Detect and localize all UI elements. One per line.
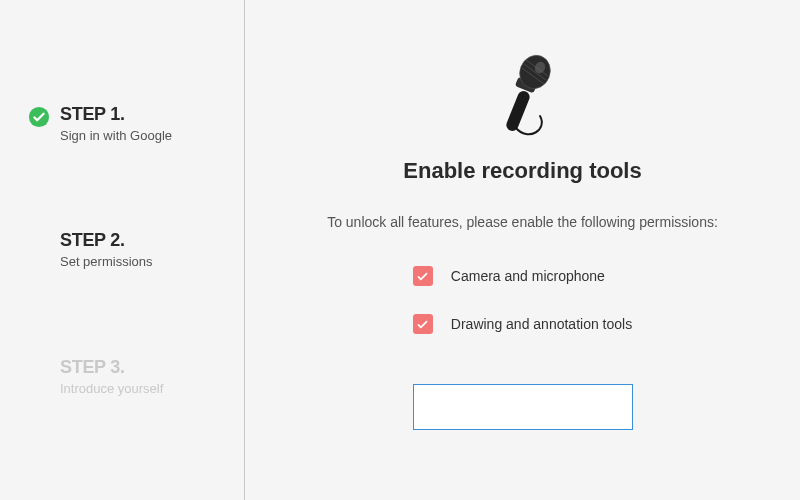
step-title: STEP 2. [60,230,216,251]
checkmark-icon [416,270,429,283]
step-2: STEP 2. Set permissions [28,230,216,269]
svg-rect-1 [504,89,531,132]
microphone-icon [488,50,558,140]
onboarding-sidebar: STEP 1. Sign in with Google STEP 2. Set … [0,0,245,500]
permission-label: Camera and microphone [451,268,605,284]
permission-drawing-annotation: Drawing and annotation tools [413,314,632,334]
permission-camera-mic: Camera and microphone [413,266,605,286]
permission-label: Drawing and annotation tools [451,316,632,332]
step-subtitle: Set permissions [60,254,216,269]
step-subtitle: Sign in with Google [60,128,216,143]
checkbox-camera-mic[interactable] [413,266,433,286]
page-title: Enable recording tools [403,158,641,184]
main-panel: Enable recording tools To unlock all fea… [245,0,800,500]
page-subtext: To unlock all features, please enable th… [327,214,718,230]
step-title: STEP 3. [60,357,216,378]
checkbox-drawing-annotation[interactable] [413,314,433,334]
step-1: STEP 1. Sign in with Google [28,104,216,143]
permissions-list: Camera and microphone Drawing and annota… [413,266,632,334]
step-subtitle: Introduce yourself [60,381,216,396]
step-3: STEP 3. Introduce yourself [28,357,216,396]
checkmark-icon [416,318,429,331]
check-circle-icon [28,106,50,128]
step-title: STEP 1. [60,104,216,125]
next-button[interactable]: Next [413,384,633,430]
